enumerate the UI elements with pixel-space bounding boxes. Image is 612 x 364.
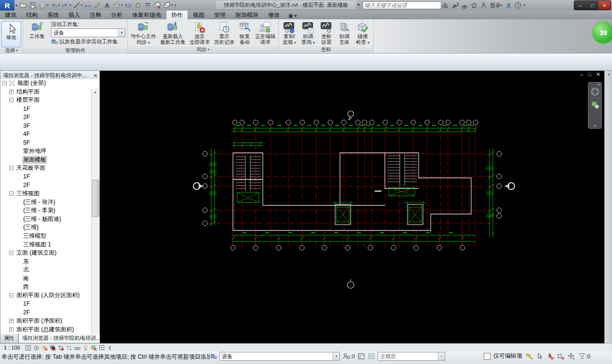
select-link-icon[interactable] (536, 352, 544, 360)
sync-home-icon[interactable] (38, 1, 47, 10)
drag-move-icon[interactable] (568, 352, 575, 360)
tree-item[interactable]: {三维 - 李枭} (0, 206, 91, 215)
tree-item[interactable]: 4F (0, 130, 91, 139)
measure-icon[interactable] (72, 1, 82, 10)
tree-item[interactable]: +面积平面 (净面积) (0, 317, 91, 325)
tree-item[interactable]: +面积平面 (总建筑面积) (0, 325, 91, 334)
scrollbar-thumb[interactable] (92, 180, 99, 217)
tree-item[interactable]: 室外地坪 (0, 147, 91, 156)
tree-item[interactable]: −立面 (建筑立面) (0, 249, 91, 257)
link-x-icon[interactable] (557, 352, 565, 360)
tree-item[interactable]: 5F (0, 138, 91, 147)
login-caret-icon[interactable]: ▾ (501, 3, 503, 7)
tree-item[interactable]: −楼层平面 (0, 96, 91, 105)
协调主体-button[interactable]: 协调主体 (337, 20, 352, 46)
design-option-combobox[interactable]: 主模型 ▾ (378, 352, 445, 361)
steering-wheel-icon[interactable] (590, 87, 600, 96)
pin-x-icon[interactable] (546, 352, 554, 360)
help-caret-icon[interactable]: ▾ (524, 3, 526, 7)
shadows-off-icon[interactable] (50, 345, 56, 351)
close-windows-icon[interactable] (152, 1, 162, 10)
view3d-icon[interactable] (112, 1, 122, 10)
undo-icon[interactable] (49, 1, 59, 10)
tree-item[interactable]: 2F (0, 181, 91, 189)
restore-button[interactable]: □ (586, 1, 598, 10)
sun-path-off-icon[interactable] (41, 345, 48, 351)
open-icon[interactable] (18, 1, 28, 10)
help-icon[interactable]: ? (514, 1, 522, 9)
tab-附加模块[interactable]: 附加模块 (231, 11, 263, 19)
view-scale[interactable]: 1 : 100 (4, 345, 20, 351)
workset-status-combobox[interactable]: 设备 ▾ (219, 352, 340, 361)
text-icon[interactable]: A (102, 1, 112, 10)
binoculars-icon[interactable] (441, 1, 449, 10)
坐标设置-button[interactable]: 坐标设置 (319, 20, 334, 46)
panel-toggle-icon[interactable]: ▣ ▾ (288, 13, 297, 19)
tab-注释[interactable]: 注释 (85, 11, 106, 19)
minimize-button[interactable]: – (574, 1, 586, 10)
worksharing-display-off-icon[interactable] (91, 345, 97, 351)
tree-item[interactable]: −天花板平面 (0, 164, 91, 173)
恢复备份-button[interactable]: 恢复备份 (237, 20, 253, 46)
navbar-expand-icon[interactable]: ▾ (594, 124, 596, 128)
expand-icon[interactable]: + (9, 319, 14, 323)
collapse-arrow[interactable] (107, 345, 113, 351)
coordinate-footer[interactable]: 坐标 (279, 46, 373, 53)
view-minimize-icon[interactable]: – (580, 72, 583, 77)
workset-status-icon[interactable] (210, 353, 217, 360)
switch-windows-icon[interactable] (162, 1, 172, 10)
detail-level-icon[interactable] (25, 345, 31, 351)
synchronize-footer[interactable]: 同步▾ (128, 46, 278, 53)
与中心文件同步-button[interactable]: 与中心文件同步 ▾ (129, 20, 158, 46)
tree-item[interactable]: 1F (0, 299, 91, 308)
tree-item[interactable]: −三维视图 (0, 189, 91, 198)
tree-item[interactable]: 屋面楼板 (0, 155, 91, 164)
tab-体量和场地[interactable]: 体量和场地 (127, 11, 166, 19)
satellite-icon[interactable] (461, 1, 468, 10)
pencil-icon[interactable] (93, 1, 102, 10)
editable-only-checkbox[interactable] (484, 353, 490, 360)
sun-icon[interactable] (133, 1, 143, 10)
revit-logo-icon[interactable]: R (0, 0, 14, 11)
显示历史记录-button[interactable]: 显示历史记录 (213, 20, 236, 46)
close-button[interactable]: ✕ (598, 1, 611, 10)
redo-icon[interactable] (60, 1, 70, 10)
wrench-icon[interactable] (451, 1, 459, 10)
tree-item[interactable]: {三维 - 张洋} (0, 198, 91, 206)
star-icon[interactable] (470, 1, 478, 10)
collapse-icon[interactable]: − (2, 81, 7, 85)
user-icon[interactable] (480, 1, 488, 10)
collapse-icon[interactable]: − (9, 293, 14, 297)
temporary-hide-icon[interactable] (82, 345, 89, 351)
measure-icon-caret[interactable]: ▾ (81, 3, 83, 7)
tab-建筑[interactable]: 建筑 (0, 11, 21, 19)
tab-project-browser[interactable]: 项目浏览器 - 技师学院机电培训... (18, 334, 104, 343)
canvas-scrollbar[interactable]: ▴ (604, 70, 612, 343)
tab-视图[interactable]: 视图 (188, 11, 209, 19)
tree-item[interactable]: 1F (0, 173, 91, 181)
tab-协作[interactable]: 协作 (166, 10, 188, 19)
switch-windows-icon-caret[interactable]: ▾ (171, 3, 173, 7)
复制/监视-button[interactable]: 复制/监视 ▾ (281, 20, 297, 46)
keys-cursor-icon[interactable] (525, 352, 533, 360)
filter-status[interactable]: :0 (578, 352, 590, 360)
redo-icon-caret[interactable]: ▾ (69, 3, 71, 7)
notification-badge[interactable]: 39 (592, 21, 612, 44)
expand-icon[interactable]: + (9, 327, 14, 332)
tab-系统[interactable]: 系统 (42, 11, 64, 19)
tree-scrollbar[interactable]: ▴ (91, 88, 99, 334)
tree-item[interactable]: +结构平面 (0, 88, 91, 96)
login-button[interactable]: 登录 (490, 2, 501, 9)
tree-item[interactable]: 西 (0, 283, 91, 291)
browser-close-icon[interactable]: ✕ (92, 73, 99, 78)
thin-lines-icon[interactable] (143, 1, 152, 10)
visual-style-icon[interactable] (33, 345, 40, 351)
tree-item[interactable]: 南 (0, 274, 91, 283)
collapse-icon[interactable]: − (9, 98, 14, 102)
section-icon[interactable] (123, 1, 133, 10)
browser-toggle-icon[interactable] (357, 352, 365, 360)
tree-item[interactable]: 2F (0, 308, 91, 317)
manage-collaboration-footer[interactable]: 管理协作 (23, 47, 127, 54)
view3d-icon-caret[interactable]: ▾ (121, 3, 123, 7)
tree-item[interactable]: −视图 (全部) (0, 79, 91, 88)
